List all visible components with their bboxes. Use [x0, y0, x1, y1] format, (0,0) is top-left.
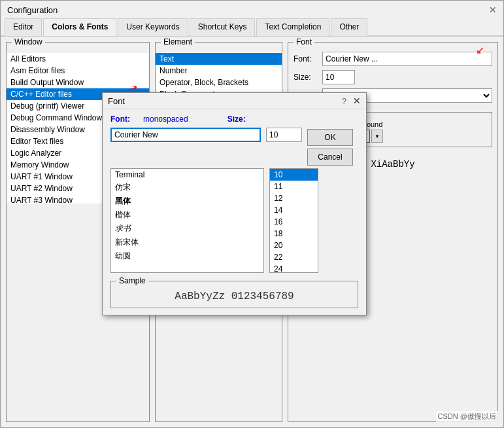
font-list-item[interactable]: Terminal	[111, 169, 263, 181]
font-list-item[interactable]: 楷体	[111, 208, 263, 222]
title-bar: Configuration ✕	[1, 1, 503, 15]
window-panel-label: Window	[12, 37, 45, 46]
font-panel-label: Font	[294, 37, 314, 46]
size-list-item[interactable]: 22	[270, 251, 318, 263]
sample-text: AaBbYyZz 0123456789	[111, 281, 358, 308]
window-close-button[interactable]: ✕	[489, 5, 497, 15]
tab-editor[interactable]: Editor	[5, 18, 42, 36]
dialog-content: Font: monospaced Size: OK Cancel Termina…	[103, 109, 366, 278]
dialog-size-input[interactable]	[266, 128, 302, 142]
window-item[interactable]: All Editors	[7, 53, 149, 65]
dialog-inputs-row: OK Cancel	[110, 128, 358, 166]
size-list-item[interactable]: 11	[270, 181, 318, 192]
background-dropdown-button[interactable]: ▼	[371, 130, 383, 143]
size-input[interactable]	[322, 70, 355, 84]
window-item[interactable]: Asm Editor files	[7, 65, 149, 77]
sample-section: Sample AaBbYyZz 0123456789	[110, 281, 358, 308]
dialog-size-label: Size:	[227, 115, 246, 124]
element-item[interactable]: Number	[156, 65, 282, 77]
dialog-title-bar: Font ? ✕	[103, 93, 366, 109]
font-list-item[interactable]: 黑体	[111, 194, 263, 208]
tab-text-completion[interactable]: Text Completion	[256, 18, 329, 36]
dialog-font-label: Font:	[110, 115, 130, 124]
size-list-item[interactable]: 18	[270, 228, 318, 240]
font-list-item[interactable]: 幼圆	[111, 249, 263, 263]
size-list-item[interactable]: 16	[270, 216, 318, 228]
dialog-cancel-button[interactable]: Cancel	[307, 149, 353, 166]
font-button[interactable]: Courier New ...	[322, 52, 492, 66]
font-name-row: Font: Courier New ...	[294, 52, 492, 66]
font-label: Font:	[294, 54, 318, 63]
font-list-container: Terminal 仿宋 黑体 楷体 求书 新宋体 幼圆	[110, 168, 264, 273]
dialog-font-name-display: monospaced	[143, 115, 188, 124]
sample-label: Sample	[116, 276, 148, 285]
size-list-item[interactable]: 12	[270, 192, 318, 204]
size-list-item[interactable]: 24	[270, 263, 318, 272]
tabs-bar: Editor Colors & Fonts User Keywords Shor…	[1, 18, 503, 37]
font-list[interactable]: Terminal 仿宋 黑体 楷体 求书 新宋体 幼圆	[111, 169, 263, 272]
size-label: Size:	[294, 73, 318, 82]
dialog-font-row: Font: monospaced Size:	[110, 115, 358, 124]
dialog-close-button[interactable]: ✕	[353, 96, 361, 106]
main-window: Configuration ✕ Editor Colors & Fonts Us…	[0, 0, 504, 428]
font-list-item[interactable]: 仿宋	[111, 181, 263, 194]
window-item[interactable]: Build Output Window	[7, 77, 149, 88]
font-list-item[interactable]: 求书	[111, 222, 263, 236]
watermark: CSDN @傲慢以后	[436, 411, 498, 422]
element-item-selected[interactable]: Text	[156, 53, 282, 65]
font-dialog: Font ? ✕ Font: monospaced Size: OK Cance…	[102, 92, 367, 315]
dialog-lists-row: Terminal 仿宋 黑体 楷体 求书 新宋体 幼圆 10 11 12	[110, 168, 358, 273]
dialog-buttons: OK Cancel	[307, 128, 353, 166]
tab-user-keywords[interactable]: User Keywords	[118, 18, 188, 36]
tab-shortcut-keys[interactable]: Shortcut Keys	[190, 18, 256, 36]
tab-other[interactable]: Other	[331, 18, 367, 36]
size-list-item[interactable]: 14	[270, 204, 318, 216]
element-item[interactable]: Operator, Block, Brackets	[156, 77, 282, 88]
tab-colors-fonts[interactable]: Colors & Fonts	[43, 18, 116, 36]
window-title: Configuration	[7, 5, 58, 15]
size-list-container: 10 11 12 14 16 18 20 22 24 26	[269, 168, 318, 273]
dialog-ok-button[interactable]: OK	[307, 129, 353, 146]
dialog-title: Font	[108, 96, 125, 106]
element-panel-label: Element	[161, 37, 195, 46]
size-list[interactable]: 10 11 12 14 16 18 20 22 24 26	[270, 169, 318, 272]
dialog-help-button[interactable]: ?	[342, 96, 346, 106]
font-size-row: Size:	[294, 70, 492, 84]
size-list-item[interactable]: 20	[270, 240, 318, 251]
size-list-item-selected[interactable]: 10	[270, 169, 318, 181]
font-list-item[interactable]: 新宋体	[111, 236, 263, 249]
dialog-font-input[interactable]	[110, 128, 261, 142]
